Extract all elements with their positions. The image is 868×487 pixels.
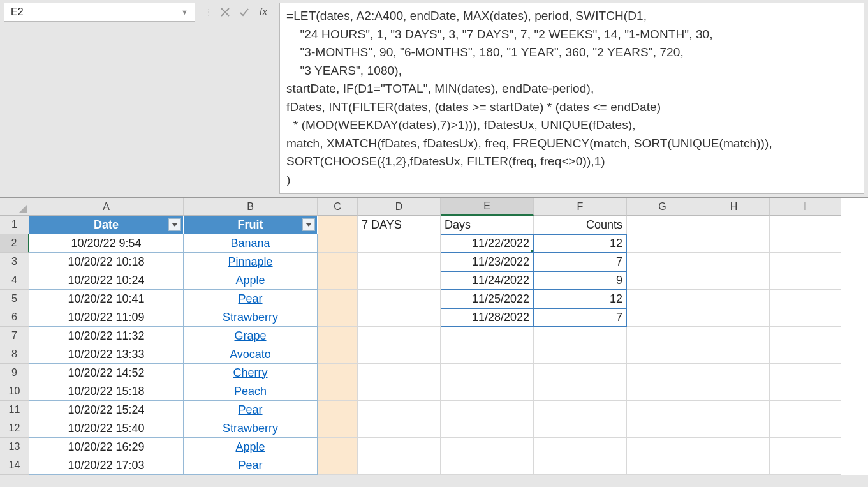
cell-h10[interactable] xyxy=(698,382,770,401)
cell-e11[interactable] xyxy=(441,401,534,419)
cell-g5[interactable] xyxy=(627,290,698,308)
cell-d11[interactable] xyxy=(358,401,441,419)
cell-h9[interactable] xyxy=(698,364,770,382)
cell-d8[interactable] xyxy=(358,345,441,364)
cell-b4[interactable]: Apple xyxy=(184,271,318,290)
cell-c12[interactable] xyxy=(318,419,358,438)
row-header-14[interactable]: 14 xyxy=(0,456,29,475)
row-header-11[interactable]: 11 xyxy=(0,401,29,419)
cell-d12[interactable] xyxy=(358,419,441,438)
row-header-7[interactable]: 7 xyxy=(0,327,29,345)
cell-c2[interactable] xyxy=(318,234,358,253)
cell-d14[interactable] xyxy=(358,456,441,475)
cell-f9[interactable] xyxy=(534,364,627,382)
row-header-13[interactable]: 13 xyxy=(0,438,29,456)
cell-h2[interactable] xyxy=(698,234,770,253)
cell-h5[interactable] xyxy=(698,290,770,308)
cell-c10[interactable] xyxy=(318,382,358,401)
row-header-10[interactable]: 10 xyxy=(0,382,29,401)
cell-a10[interactable]: 10/20/22 15:18 xyxy=(29,382,184,401)
cell-i10[interactable] xyxy=(770,382,841,401)
cell-f12[interactable] xyxy=(534,419,627,438)
cell-f11[interactable] xyxy=(534,401,627,419)
formula-input[interactable]: =LET(dates, A2:A400, endDate, MAX(dates)… xyxy=(279,3,864,194)
row-header-5[interactable]: 5 xyxy=(0,290,29,308)
cell-h13[interactable] xyxy=(698,438,770,456)
cell-e10[interactable] xyxy=(441,382,534,401)
cell-b2[interactable]: Banana xyxy=(184,234,318,253)
cell-f7[interactable] xyxy=(534,327,627,345)
cell-a14[interactable]: 10/20/22 17:03 xyxy=(29,456,184,475)
cell-c1[interactable] xyxy=(318,216,358,234)
cell-b13[interactable]: Apple xyxy=(184,438,318,456)
name-box[interactable]: E2 ▼ xyxy=(4,3,195,22)
row-header-1[interactable]: 1 xyxy=(0,216,29,234)
cell-i11[interactable] xyxy=(770,401,841,419)
col-header-b[interactable]: B xyxy=(184,198,318,216)
cell-d5[interactable] xyxy=(358,290,441,308)
cell-c4[interactable] xyxy=(318,271,358,290)
cell-d7[interactable] xyxy=(358,327,441,345)
cell-i5[interactable] xyxy=(770,290,841,308)
cell-b14[interactable]: Pear xyxy=(184,456,318,475)
select-all-corner[interactable] xyxy=(0,198,29,216)
cell-c8[interactable] xyxy=(318,345,358,364)
cell-c5[interactable] xyxy=(318,290,358,308)
col-header-i[interactable]: I xyxy=(770,198,841,216)
enter-icon[interactable] xyxy=(237,5,251,19)
cell-i3[interactable] xyxy=(770,253,841,271)
cell-i4[interactable] xyxy=(770,271,841,290)
cell-h11[interactable] xyxy=(698,401,770,419)
cell-d6[interactable] xyxy=(358,308,441,327)
cell-i13[interactable] xyxy=(770,438,841,456)
cell-c14[interactable] xyxy=(318,456,358,475)
cell-e4[interactable]: 11/24/2022 xyxy=(441,271,534,290)
cell-e3[interactable]: 11/23/2022 xyxy=(441,253,534,271)
cell-i2[interactable] xyxy=(770,234,841,253)
fx-icon[interactable]: fx xyxy=(256,5,270,19)
cell-d13[interactable] xyxy=(358,438,441,456)
cell-a9[interactable]: 10/20/22 14:52 xyxy=(29,364,184,382)
row-header-3[interactable]: 3 xyxy=(0,253,29,271)
cell-i14[interactable] xyxy=(770,456,841,475)
cell-h3[interactable] xyxy=(698,253,770,271)
cell-i1[interactable] xyxy=(770,216,841,234)
row-header-8[interactable]: 8 xyxy=(0,345,29,364)
cell-c6[interactable] xyxy=(318,308,358,327)
row-header-4[interactable]: 4 xyxy=(0,271,29,290)
cell-e1[interactable]: Days xyxy=(441,216,534,234)
cell-g7[interactable] xyxy=(627,327,698,345)
cell-f4[interactable]: 9 xyxy=(534,271,627,290)
cell-g10[interactable] xyxy=(627,382,698,401)
cell-h14[interactable] xyxy=(698,456,770,475)
cell-f6[interactable]: 7 xyxy=(534,308,627,327)
cell-b11[interactable]: Pear xyxy=(184,401,318,419)
cell-h12[interactable] xyxy=(698,419,770,438)
name-box-dropdown-icon[interactable]: ▼ xyxy=(181,8,188,16)
cell-a6[interactable]: 10/20/22 11:09 xyxy=(29,308,184,327)
cell-a8[interactable]: 10/20/22 13:33 xyxy=(29,345,184,364)
cell-d4[interactable] xyxy=(358,271,441,290)
row-header-6[interactable]: 6 xyxy=(0,308,29,327)
cell-c11[interactable] xyxy=(318,401,358,419)
cell-e6[interactable]: 11/28/2022 xyxy=(441,308,534,327)
cell-a4[interactable]: 10/20/22 10:24 xyxy=(29,271,184,290)
cell-b6[interactable]: Strawberry xyxy=(184,308,318,327)
col-header-e[interactable]: E xyxy=(441,198,534,216)
cell-i12[interactable] xyxy=(770,419,841,438)
cell-b10[interactable]: Peach xyxy=(184,382,318,401)
cell-g14[interactable] xyxy=(627,456,698,475)
cell-e7[interactable] xyxy=(441,327,534,345)
cell-g2[interactable] xyxy=(627,234,698,253)
cell-b5[interactable]: Pear xyxy=(184,290,318,308)
cell-b7[interactable]: Grape xyxy=(184,327,318,345)
col-header-d[interactable]: D xyxy=(358,198,441,216)
cell-e13[interactable] xyxy=(441,438,534,456)
cell-e8[interactable] xyxy=(441,345,534,364)
cell-g8[interactable] xyxy=(627,345,698,364)
cell-f2[interactable]: 12 xyxy=(534,234,627,253)
cell-i7[interactable] xyxy=(770,327,841,345)
row-header-12[interactable]: 12 xyxy=(0,419,29,438)
cell-g3[interactable] xyxy=(627,253,698,271)
cell-d3[interactable] xyxy=(358,253,441,271)
